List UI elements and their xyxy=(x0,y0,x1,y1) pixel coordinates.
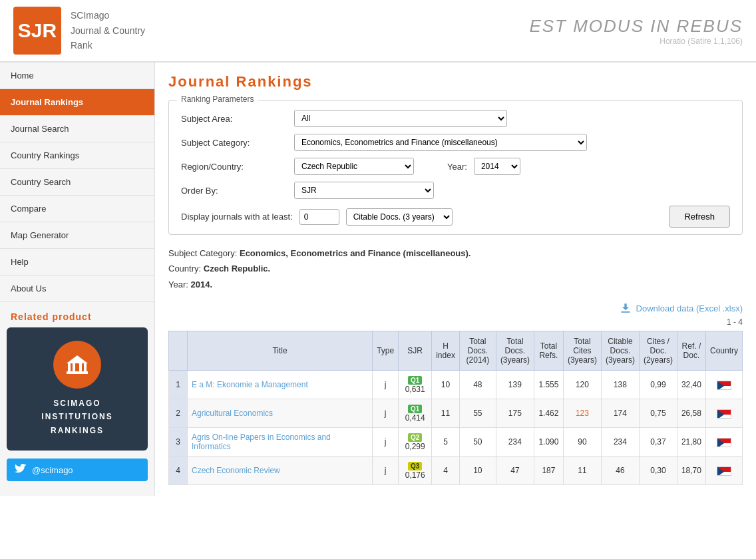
ref-doc-cell: 26,58 xyxy=(677,399,705,428)
total-docs-2014-cell: 50 xyxy=(459,428,496,457)
twitter-box[interactable]: @scimago xyxy=(7,459,148,481)
pagination: 1 - 4 xyxy=(168,317,743,327)
banner-icon xyxy=(53,341,101,389)
rankings-table: Title Type SJR H index Total Docs. (2014… xyxy=(168,331,743,485)
sjr-cell: Q3 0,176 xyxy=(399,457,432,485)
display-label: Display journals with at least: xyxy=(181,212,293,222)
ref-doc-cell: 21,80 xyxy=(677,428,705,457)
col-rank xyxy=(169,331,188,371)
subject-category-row: Subject Category: Economics, Econometric… xyxy=(181,134,730,151)
subject-category-label: Subject Category: xyxy=(181,138,287,148)
title-cell: E a M: Ekonomie a Management xyxy=(188,371,373,399)
journal-link[interactable]: Agricultural Economics xyxy=(192,409,273,418)
banner-text: SCIMAGO INSTITUTIONS RANKINGS xyxy=(13,397,141,437)
header-sub: Horatio (Satire 1,1,106) xyxy=(529,37,743,46)
svg-rect-2 xyxy=(73,363,75,371)
col-total-refs: Total Refs. xyxy=(534,331,563,371)
journal-link[interactable]: Czech Economic Review xyxy=(192,466,280,475)
type-cell: j xyxy=(373,428,399,457)
col-h-index: H index xyxy=(432,331,460,371)
subject-category-select[interactable]: Economics, Econometrics and Finance (mis… xyxy=(294,134,587,151)
col-cites-doc-2y: Cites / Doc. (2years) xyxy=(639,331,677,371)
cites-doc-2y-cell: 0,99 xyxy=(639,371,677,399)
region-label: Region/Country: xyxy=(181,162,287,172)
sidebar-item-country-rankings[interactable]: Country Rankings xyxy=(0,142,154,169)
info-subject-value: Economics, Econometrics and Finance (mis… xyxy=(240,248,471,258)
col-country: Country xyxy=(705,331,742,371)
sidebar-item-journal-rankings[interactable]: Journal Rankings xyxy=(0,89,154,116)
col-ref-doc: Ref. / Doc. xyxy=(677,331,705,371)
total-docs-2014-cell: 48 xyxy=(459,371,496,399)
total-cites-3y-cell: 90 xyxy=(563,428,601,457)
sidebar-item-about-us[interactable]: About Us xyxy=(0,276,154,302)
header-title: SCImago Journal & Country Rank xyxy=(71,8,145,53)
journal-link[interactable]: E a M: Ekonomie a Management xyxy=(192,380,308,389)
svg-rect-3 xyxy=(79,363,82,371)
subject-area-label: Subject Area: xyxy=(181,114,287,124)
total-docs-3y-cell: 47 xyxy=(496,457,534,485)
sidebar-related-label: Related product xyxy=(0,302,154,327)
citable-docs-3y-cell: 174 xyxy=(601,399,639,428)
h-index-cell: 10 xyxy=(432,371,460,399)
col-total-cites-3y: Total Cites (3years) xyxy=(563,331,601,371)
journal-link[interactable]: Agris On-line Papers in Economics and In… xyxy=(192,433,331,451)
sjr-logo[interactable]: SJR xyxy=(13,7,61,55)
type-cell: j xyxy=(373,371,399,399)
total-cites-3y-cell: 123 xyxy=(563,399,601,428)
refresh-button[interactable]: Refresh xyxy=(669,206,730,228)
sidebar-item-journal-search[interactable]: Journal Search xyxy=(0,116,154,142)
sidebar-item-help[interactable]: Help xyxy=(0,249,154,276)
type-cell: j xyxy=(373,457,399,485)
subject-area-row: Subject Area: All xyxy=(181,110,730,127)
rank-cell: 1 xyxy=(169,371,188,399)
ref-doc-cell: 32,40 xyxy=(677,371,705,399)
region-select[interactable]: Czech Republic xyxy=(294,158,414,175)
country-cell xyxy=(705,457,742,485)
country-cell xyxy=(705,371,742,399)
order-by-row: Order By: SJR xyxy=(181,182,730,199)
year-select[interactable]: 2014 xyxy=(474,158,520,175)
country-cell xyxy=(705,428,742,457)
order-by-select[interactable]: SJR xyxy=(294,182,434,199)
svg-marker-5 xyxy=(67,355,88,363)
download-link[interactable]: Download data (Excel .xlsx) xyxy=(636,303,743,313)
col-citable-docs-3y: Citable Docs. (3years) xyxy=(601,331,639,371)
display-value-input[interactable] xyxy=(299,209,339,225)
sidebar-item-compare[interactable]: Compare xyxy=(0,196,154,222)
total-refs-cell: 1.090 xyxy=(534,428,563,457)
twitter-icon xyxy=(15,464,27,476)
twitter-handle: @scimago xyxy=(32,465,73,475)
ranking-params-box: Ranking Parameters Subject Area: All Sub… xyxy=(168,100,743,235)
sidebar: Home Journal Rankings Journal Search Cou… xyxy=(0,63,155,496)
region-year-row: Region/Country: Czech Republic Year: 201… xyxy=(181,158,730,175)
display-metric-select[interactable]: Citable Docs. (3 years) xyxy=(346,208,453,226)
h-index-cell: 11 xyxy=(432,399,460,428)
total-docs-3y-cell: 234 xyxy=(496,428,534,457)
info-country-value: Czech Republic. xyxy=(204,264,270,274)
header-right: EST MODUS IN REBUS Horatio (Satire 1,1,1… xyxy=(529,16,743,46)
info-subject-label: Subject Category: xyxy=(168,248,237,258)
sjr-cell: Q2 0,299 xyxy=(399,428,432,457)
info-country-label: Country: xyxy=(168,264,201,274)
col-total-docs-3y: Total Docs. (3years) xyxy=(496,331,534,371)
total-refs-cell: 187 xyxy=(534,457,563,485)
download-row: Download data (Excel .xlsx) xyxy=(168,301,743,315)
sidebar-item-country-search[interactable]: Country Search xyxy=(0,169,154,196)
col-sjr: SJR xyxy=(399,331,432,371)
col-title: Title xyxy=(188,331,373,371)
header: SJR SCImago Journal & Country Rank EST M… xyxy=(0,0,756,63)
sidebar-item-map-generator[interactable]: Map Generator xyxy=(0,222,154,249)
order-by-label: Order By: xyxy=(181,186,287,196)
col-type: Type xyxy=(373,331,399,371)
citable-docs-3y-cell: 234 xyxy=(601,428,639,457)
rank-cell: 2 xyxy=(169,399,188,428)
total-docs-2014-cell: 10 xyxy=(459,457,496,485)
subject-area-select[interactable]: All xyxy=(294,110,507,127)
col-total-docs-2014: Total Docs. (2014) xyxy=(459,331,496,371)
sidebar-banner[interactable]: SCIMAGO INSTITUTIONS RANKINGS xyxy=(7,327,148,451)
page-title: Journal Rankings xyxy=(168,73,743,91)
sjr-cell: Q1 0,414 xyxy=(399,399,432,428)
sidebar-item-home[interactable]: Home xyxy=(0,63,154,89)
institution-icon xyxy=(64,351,91,378)
download-icon xyxy=(619,301,632,315)
